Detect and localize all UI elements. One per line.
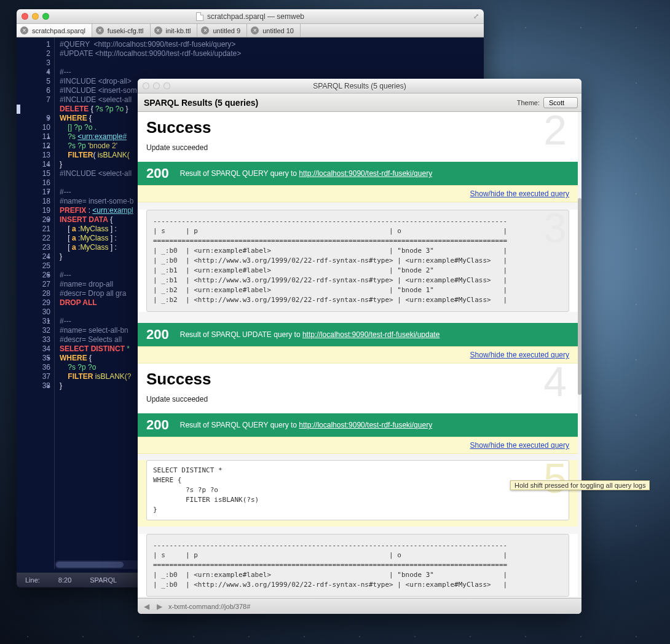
code-line: #name= drop-all: [60, 280, 113, 288]
results-header: SPARQL Results (5 queries) Theme: Scott: [138, 93, 581, 112]
status-text: Result of SPARQL QUERY query to http://l…: [180, 421, 432, 429]
scrollbar-thumb[interactable]: [56, 562, 124, 568]
code-token: FILTER: [60, 372, 93, 381]
query-toggle-bar: Show/hide the executed query: [138, 185, 578, 202]
window-title: scratchpad.sparql — semweb: [17, 12, 484, 21]
status-bar-200: 200 Result of SPARQL QUERY query to http…: [138, 162, 578, 185]
tab-fuseki-cfg[interactable]: ×fuseki-cfg.ttl: [92, 24, 151, 37]
nav-forward-icon[interactable]: ▶: [156, 602, 164, 611]
result-block-5-table: ----------------------------------------…: [138, 534, 578, 597]
close-icon[interactable]: [22, 13, 28, 20]
status-text-prefix: Result of SPARQL QUERY query to: [180, 421, 299, 429]
code-token: ] :: [108, 225, 116, 233]
query-toggle-bar: Show/hide the executed query: [138, 346, 578, 364]
code-token: MyClass: [80, 234, 108, 242]
minimize-icon[interactable]: [32, 13, 39, 20]
editor-titlebar[interactable]: scratchpad.sparql — semweb ⤢: [17, 9, 484, 24]
tab-init-kb[interactable]: ×init-kb.ttl: [151, 24, 198, 37]
code-token: {: [87, 354, 92, 362]
status-bar-200: 200 Result of SPARQL QUERY query to http…: [138, 413, 578, 437]
result-block-5: 5 SELECT DISTINCT * WHERE { ?s ?p ?o FIL…: [138, 460, 578, 527]
tab-bar: ×scratchpad.sparql ×fuseki-cfg.ttl ×init…: [17, 24, 484, 38]
endpoint-link[interactable]: http://localhost:9090/test-rdf-fuseki/up…: [302, 330, 439, 339]
code-token: ] :: [108, 234, 116, 242]
code-token: ] :: [108, 243, 116, 252]
toggle-query-link[interactable]: Show/hide the executed query: [470, 189, 569, 198]
footer-url: x-txmt-command://job/378#: [168, 603, 250, 610]
success-message: Update succeeded: [146, 395, 569, 403]
close-icon[interactable]: [143, 82, 149, 89]
code-line: #descr= Drop all gra: [60, 289, 126, 298]
result-index: 2: [543, 112, 567, 154]
window-title-text: scratchpad.sparql — semweb: [207, 12, 304, 21]
close-tab-icon[interactable]: ×: [251, 26, 259, 34]
close-tab-icon[interactable]: ×: [201, 26, 209, 34]
zoom-icon[interactable]: [164, 82, 170, 89]
result-table: ----------------------------------------…: [146, 534, 569, 597]
code-token: (: [93, 151, 97, 159]
results-body: 2 Success Update succeeded 200 Result of…: [138, 112, 581, 598]
close-tab-icon[interactable]: ×: [96, 26, 104, 34]
code-line: }: [60, 381, 62, 390]
http-status-code: 200: [146, 417, 169, 433]
tab-untitled-10[interactable]: ×untitled 10: [247, 24, 301, 37]
code-line: }: [60, 160, 62, 169]
theme-dropdown[interactable]: Scott: [543, 97, 578, 108]
code-token: isBLANK(: [98, 151, 130, 159]
status-text-prefix: Result of SPARQL QUERY query to: [180, 169, 299, 178]
code-line: #INCLUDE <drop-all>: [60, 77, 132, 85]
code-token: WHERE: [60, 114, 87, 122]
expand-icon[interactable]: ⤢: [473, 12, 479, 20]
tab-label: fuseki-cfg.ttl: [108, 27, 144, 34]
code-line: [] ?p ?o .: [60, 123, 97, 132]
document-icon: [196, 12, 203, 21]
endpoint-link[interactable]: http://localhost:9090/test-rdf-fuseki/qu…: [299, 169, 432, 178]
vertical-scrollbar[interactable]: [578, 112, 581, 598]
theme-label: Theme:: [517, 99, 540, 106]
status-language[interactable]: SPARQL: [90, 576, 117, 584]
status-line-label: Line:: [25, 576, 40, 584]
code-token: <urn:example#: [77, 132, 127, 141]
query-toggle-bar: Show/hide the executed query: [138, 437, 578, 454]
traffic-lights: [17, 13, 49, 20]
results-titlebar[interactable]: SPARQL Results (5 queries): [138, 79, 581, 93]
status-text: Result of SPARQL UPDATE query to http://…: [180, 330, 440, 339]
code-token: FILTER: [60, 151, 93, 159]
results-header-title: SPARQL Results (5 queries): [144, 98, 258, 108]
tooltip: Hold shift pressed for toggling all quer…: [510, 480, 650, 490]
result-table: ----------------------------------------…: [146, 210, 569, 312]
code-token: 'bnode 2': [88, 141, 117, 150]
code-token: ?s ?p: [60, 141, 88, 150]
toggle-query-link[interactable]: Show/hide the executed query: [470, 441, 569, 450]
success-heading: Success: [146, 118, 569, 137]
code-token: isBLANK(?: [93, 372, 131, 381]
results-scroll-area[interactable]: 2 Success Update succeeded 200 Result of…: [138, 112, 578, 598]
window-title: SPARQL Results (5 queries): [138, 82, 581, 90]
tab-scratchpad[interactable]: ×scratchpad.sparql: [17, 24, 92, 37]
minimize-icon[interactable]: [153, 82, 160, 89]
tab-label: untitled 9: [213, 27, 240, 34]
close-tab-icon[interactable]: ×: [154, 26, 162, 34]
code-line: DROP ALL: [60, 298, 97, 307]
code-token: a: [72, 243, 76, 252]
status-text: Result of SPARQL QUERY query to http://l…: [180, 169, 432, 178]
close-tab-icon[interactable]: ×: [20, 26, 28, 34]
code-token: DELETE: [60, 105, 89, 113]
status-cursor-position: 8:20: [58, 576, 71, 584]
nav-back-icon[interactable]: ◀: [143, 602, 151, 611]
code-token: a: [72, 234, 76, 242]
zoom-icon[interactable]: [42, 13, 49, 20]
code-token: {: [89, 105, 95, 113]
window-title-text: SPARQL Results (5 queries): [313, 82, 406, 90]
code-line: #name= select-all-bn: [60, 326, 128, 335]
code-line: #---: [60, 68, 71, 76]
code-token: :: [86, 206, 92, 215]
code-token: MyClass: [80, 243, 108, 252]
status-bar-200: 200 Result of SPARQL UPDATE query to htt…: [138, 323, 578, 346]
code-line: #---: [60, 317, 71, 325]
results-window: SPARQL Results (5 queries) SPARQL Result…: [138, 79, 581, 614]
endpoint-link[interactable]: http://localhost:9090/test-rdf-fuseki/qu…: [299, 421, 432, 429]
tab-untitled-9[interactable]: ×untitled 9: [197, 24, 247, 37]
code-line: #descr= Selects all: [60, 335, 124, 344]
scrollbar-thumb[interactable]: [578, 198, 581, 395]
